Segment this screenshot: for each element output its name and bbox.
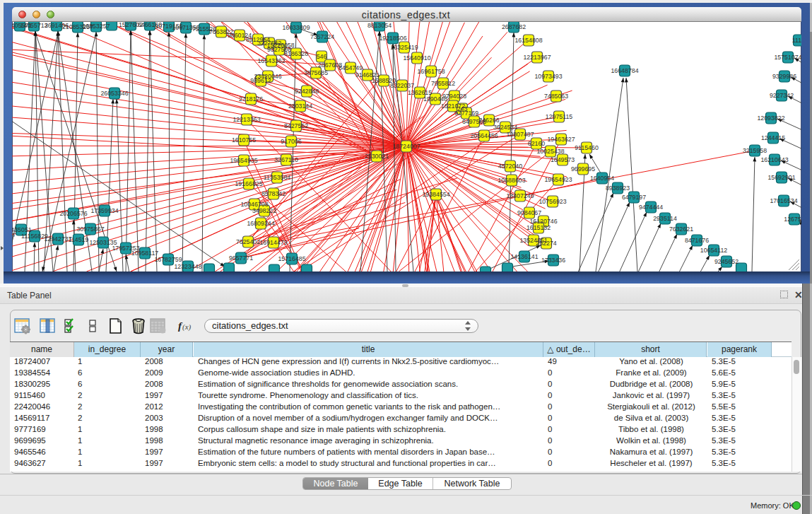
svg-text:3875685: 3875685 — [304, 69, 328, 76]
svg-text:4572040: 4572040 — [498, 163, 522, 170]
svg-text:8578342: 8578342 — [261, 190, 286, 197]
svg-text:19654923: 19654923 — [544, 176, 572, 183]
svg-text:3498222: 3498222 — [252, 207, 276, 214]
svg-text:16154808: 16154808 — [514, 37, 542, 44]
svg-text:14136141: 14136141 — [510, 253, 538, 260]
svg-text:19384554: 19384554 — [422, 191, 449, 198]
svg-text:3267110: 3267110 — [274, 156, 298, 163]
svg-text:8813054: 8813054 — [367, 22, 392, 29]
svg-text:9657771: 9657771 — [229, 255, 253, 262]
svg-text:14055713: 14055713 — [20, 22, 47, 29]
svg-text:7485063: 7485063 — [544, 93, 568, 100]
svg-text:917006: 917006 — [281, 138, 301, 145]
svg-text:2687682: 2687682 — [502, 23, 526, 30]
svg-text:12093822: 12093822 — [757, 115, 784, 122]
svg-text:30975867: 30975867 — [76, 226, 104, 233]
svg-text:15751074: 15751074 — [774, 54, 801, 61]
svg-text:746266: 746266 — [478, 117, 499, 124]
svg-text:16961758: 16961758 — [417, 68, 445, 75]
svg-text:9699695: 9699695 — [571, 165, 595, 173]
svg-text:3624534: 3624534 — [493, 124, 517, 131]
svg-text:26053346: 26053346 — [100, 90, 128, 97]
svg-text:12213363: 12213363 — [233, 116, 260, 123]
svg-text:7955812: 7955812 — [431, 80, 455, 87]
svg-text:9794028: 9794028 — [442, 93, 466, 100]
svg-text:20206576: 20206576 — [59, 210, 87, 217]
svg-text:2530021: 2530021 — [365, 153, 389, 160]
svg-text:989612: 989612 — [250, 77, 271, 84]
svg-text:12323448: 12323448 — [174, 263, 201, 270]
svg-text:8938923: 8938923 — [606, 185, 630, 192]
svg-text:16648784: 16648784 — [611, 67, 638, 74]
svg-text:18407249: 18407249 — [506, 192, 534, 199]
svg-text:15692901: 15692901 — [767, 174, 795, 181]
svg-text:12975115: 12975115 — [546, 113, 573, 120]
svg-text:10807487: 10807487 — [506, 131, 534, 138]
svg-text:62160: 62160 — [528, 140, 546, 147]
svg-text:1610755: 1610755 — [232, 136, 256, 144]
svg-text:10025438: 10025438 — [536, 148, 564, 155]
svg-text:19654935: 19654935 — [230, 157, 257, 164]
svg-text:1112: 1112 — [792, 37, 801, 44]
svg-text:6479197: 6479197 — [622, 194, 646, 201]
svg-text:2935114: 2935114 — [653, 215, 677, 222]
svg-text:8427552: 8427552 — [284, 122, 308, 129]
svg-text:15640910: 15640910 — [403, 54, 430, 62]
svg-text:19463627: 19463627 — [547, 136, 575, 143]
svg-text:13325419: 13325419 — [390, 44, 418, 51]
svg-text:19166825: 19166825 — [235, 180, 262, 187]
svg-text:16914479: 16914479 — [259, 239, 287, 246]
svg-text:16809344: 16809344 — [247, 220, 274, 227]
svg-text:16210643: 16210643 — [760, 156, 788, 163]
svg-text:546: 546 — [317, 53, 327, 60]
svg-text:9474444: 9474444 — [639, 204, 663, 211]
svg-text:7357224: 7357224 — [310, 33, 334, 40]
svg-text:8471676: 8471676 — [685, 237, 709, 244]
svg-text:19218506: 19218506 — [379, 35, 406, 42]
svg-text:9245652: 9245652 — [714, 258, 739, 265]
svg-text:16782759: 16782759 — [154, 256, 182, 263]
svg-text:9242848: 9242848 — [295, 88, 319, 95]
svg-text:9115460: 9115460 — [575, 144, 599, 151]
svg-text:10756923: 10756923 — [539, 198, 566, 205]
svg-text:10688603: 10688603 — [498, 177, 525, 184]
svg-text:12213967: 12213967 — [523, 54, 551, 61]
svg-text:2718176: 2718176 — [239, 95, 263, 103]
svg-text:8186328: 8186328 — [284, 50, 308, 57]
svg-text:1244415: 1244415 — [761, 134, 785, 141]
svg-text:9084067: 9084067 — [517, 209, 541, 216]
svg-text:10654112: 10654112 — [700, 247, 728, 254]
svg-text:9227342: 9227342 — [770, 92, 794, 99]
svg-text:7632621: 7632621 — [669, 226, 693, 233]
svg-text:1733436: 1733436 — [541, 257, 565, 264]
svg-text:9329986: 9329986 — [772, 73, 796, 80]
svg-text:17359934: 17359934 — [90, 207, 118, 214]
svg-text:1640954: 1640954 — [590, 175, 614, 182]
svg-text:16033809: 16033809 — [282, 24, 310, 31]
svg-text:11353584: 11353584 — [264, 174, 291, 181]
svg-text:8322037: 8322037 — [390, 82, 414, 89]
svg-text:1615132: 1615132 — [526, 224, 551, 231]
svg-text:20564456: 20564456 — [470, 132, 498, 139]
svg-text:1649573: 1649573 — [551, 156, 575, 163]
svg-text:10853257: 10853257 — [82, 23, 110, 30]
svg-text:18724007: 18724007 — [392, 143, 420, 150]
svg-text:10973493: 10973493 — [534, 73, 562, 80]
svg-text:252274: 252274 — [536, 240, 556, 247]
svg-text:(x): (x) — [182, 322, 192, 332]
svg-text:2803144: 2803144 — [288, 103, 312, 110]
svg-text:8454749: 8454749 — [339, 64, 363, 71]
svg-text:114519: 114519 — [69, 236, 89, 243]
svg-text:9777169: 9777169 — [454, 110, 478, 117]
svg-text:7625402: 7625402 — [236, 238, 260, 245]
svg-text:3215958: 3215958 — [743, 147, 767, 154]
svg-text:15716485: 15716485 — [278, 255, 305, 262]
svg-text:126753: 126753 — [784, 216, 801, 223]
svg-text:16543362: 16543362 — [257, 57, 285, 64]
svg-text:17016534: 17016534 — [770, 197, 797, 204]
